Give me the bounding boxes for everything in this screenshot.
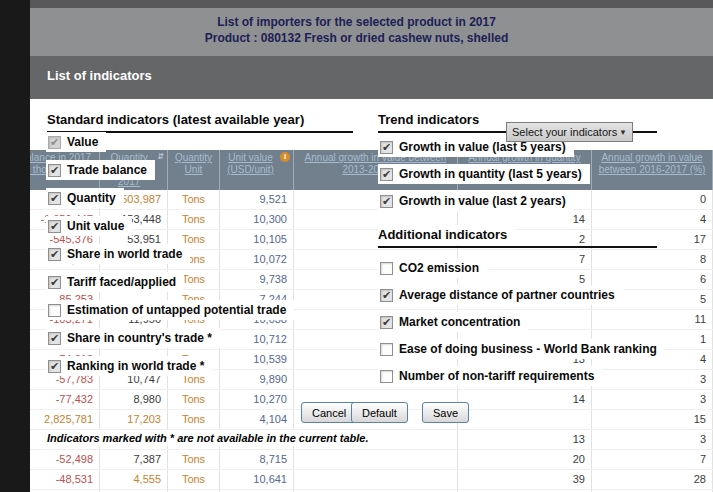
cell-balance: -48,531 (30, 470, 100, 489)
cancel-button[interactable]: Cancel (301, 402, 357, 423)
cell-unit_value: 10,712 (220, 330, 294, 349)
cell-g_qty_5y (458, 410, 592, 429)
indicator-unit-value[interactable]: ✔Unit value (46, 216, 132, 236)
page-header: List of importers for the selected produ… (0, 8, 713, 56)
cell-unit: Tons (168, 210, 220, 229)
indicator-share-in-country-s-trade[interactable]: ✔Share in country's trade * (46, 328, 220, 348)
indicator-number-of-non-tariff-requirements[interactable]: Number of non-tariff requirements (378, 366, 602, 386)
cell-unit: Tons (168, 190, 220, 209)
indicator-label: Quantity (67, 191, 116, 205)
cell-unit_value: 9,890 (220, 370, 294, 389)
indicator-label: Tariff faced/applied (67, 275, 176, 289)
info-icon[interactable]: i (280, 152, 290, 162)
cell-unit_value: 10,300 (220, 210, 294, 229)
column-header-quantity-unit[interactable]: Quantity Unit (168, 150, 220, 190)
cell-g_val_2y: 11 (592, 310, 713, 329)
indicator-label: Ranking in world trade * (67, 359, 204, 373)
cell-g_qty_5y: 14 (458, 390, 592, 409)
indicator-value[interactable]: ✔Value (46, 132, 106, 152)
indicator-label: Ease of doing business - World Bank rank… (399, 342, 657, 356)
cell-g_val_2y: 7 (592, 450, 713, 469)
growth-in-quantity-last-5-years-checkbox[interactable]: ✔ (380, 168, 393, 181)
indicator-label: Market concentration (399, 315, 520, 329)
share-in-world-trade-checkbox[interactable]: ✔ (48, 248, 61, 261)
co2-emission-checkbox[interactable] (380, 262, 393, 275)
cell-unit_value: 9,738 (220, 270, 294, 289)
column-header-label[interactable]: Unit value (USD/unit) (223, 152, 278, 176)
growth-in-value-last-2-years-checkbox[interactable]: ✔ (380, 195, 393, 208)
top-menu-band (0, 0, 713, 8)
cell-unit_value: 10,539 (220, 350, 294, 369)
trade-balance-checkbox[interactable]: ✔ (48, 164, 61, 177)
quantity-checkbox[interactable]: ✔ (48, 192, 61, 205)
cell-balance: -77,432 (30, 390, 100, 409)
indicator-share-in-world-trade[interactable]: ✔Share in world trade (46, 244, 190, 264)
indicator-label: Growth in quantity (last 5 years) (399, 167, 582, 181)
table-row: -48,5314,555Tons10,6413928 (30, 470, 713, 490)
cell-g_val_2y: 3 (592, 370, 713, 389)
indicator-label: Share in country's trade * (67, 331, 212, 345)
table-row: -52,4987,387Tons8,715207 (30, 450, 713, 470)
section-heading: Additional indicators (378, 225, 515, 245)
subheader-band: List of indicators (0, 56, 713, 99)
indicator-ranking-in-world-trade[interactable]: ✔Ranking in world trade * (46, 356, 212, 376)
default-button[interactable]: Default (351, 402, 408, 423)
cell-g_qty_5y: 20 (458, 450, 592, 469)
growth-in-value-last-5-years-checkbox[interactable]: ✔ (380, 141, 393, 154)
cell-qty: 8,980 (100, 390, 168, 409)
share-in-country-s-trade-checkbox[interactable]: ✔ (48, 332, 61, 345)
number-of-non-tariff-requirements-checkbox[interactable] (380, 370, 393, 383)
panel-title: List of indicators (47, 68, 152, 83)
column-header-unit-value-usd-unit[interactable]: Unit value (USD/unit)i (220, 150, 294, 190)
column-header-label[interactable]: Annual growth in value between 2016-2017… (595, 152, 709, 176)
left-sidebar (0, 0, 30, 492)
page-title: List of importers for the selected produ… (0, 14, 713, 30)
save-button[interactable]: Save (422, 402, 469, 423)
indicator-label: Value (67, 135, 98, 149)
dropdown-label: Select your indicators (512, 126, 617, 138)
unit-value-checkbox[interactable]: ✔ (48, 220, 61, 233)
cell-g_val_2y: 3 (592, 430, 713, 449)
indicator-co2-emission[interactable]: CO2 emission (378, 258, 487, 278)
cell-qty: 17,203 (100, 410, 168, 429)
indicator-label: Unit value (67, 219, 124, 233)
indicator-label: Trade balance (67, 163, 147, 177)
indicator-market-concentration[interactable]: ✔Market concentration (378, 312, 528, 332)
table-row: 503,987Tons9,5210 (30, 190, 713, 210)
column-header-label[interactable]: Quantity Unit (171, 152, 216, 176)
indicator-label: Average distance of partner countries (399, 288, 615, 302)
ease-of-doing-business-world-bank-ranking-checkbox[interactable] (380, 343, 393, 356)
section-heading: Standard indicators (latest available ye… (47, 110, 312, 130)
asterisk-note: Indicators marked with * are not availab… (45, 430, 377, 446)
indicator-average-distance-of-partner-countries[interactable]: ✔Average distance of partner countries (378, 285, 623, 305)
column-header-annual-growth-in-value-between-2016-2017[interactable]: Annual growth in value between 2016-2017… (592, 150, 713, 190)
indicator-ease-of-doing-business-world-bank-ranking[interactable]: Ease of doing business - World Bank rank… (378, 339, 665, 359)
average-distance-of-partner-countries-checkbox[interactable]: ✔ (380, 289, 393, 302)
indicator-trade-balance[interactable]: ✔Trade balance (46, 160, 155, 180)
cell-unit_value: 10,270 (220, 390, 294, 409)
indicator-label: Estimation of untapped potential trade (67, 303, 286, 317)
select-your-indicators-dropdown[interactable]: Select your indicators ▼ (506, 122, 633, 142)
ranking-in-world-trade-checkbox[interactable]: ✔ (48, 360, 61, 373)
cell-g_val_2y: 0 (592, 190, 713, 209)
indicator-tariff-faced-applied[interactable]: ✔Tariff faced/applied (46, 272, 184, 292)
indicator-label: CO2 emission (399, 261, 479, 275)
cell-unit_value: 10,641 (220, 470, 294, 489)
indicator-label: Growth in value (last 5 years) (399, 140, 566, 154)
indicator-quantity[interactable]: ✔Quantity (46, 188, 124, 208)
market-concentration-checkbox[interactable]: ✔ (380, 316, 393, 329)
estimation-of-untapped-potential-trade-checkbox[interactable] (48, 304, 61, 317)
cell-unit_value: 10,072 (220, 250, 294, 269)
sort-icon[interactable]: ⇵ (157, 152, 164, 162)
indicator-growth-in-quantity-last-5-years[interactable]: ✔Growth in quantity (last 5 years) (378, 164, 590, 184)
cell-g_qty_5y: 39 (458, 470, 592, 489)
value-checkbox[interactable]: ✔ (48, 136, 61, 149)
indicator-estimation-of-untapped-potential-trade[interactable]: Estimation of untapped potential trade (46, 300, 294, 320)
cell-unit: Tons (168, 470, 220, 489)
cell-unit_value: 10,105 (220, 230, 294, 249)
tariff-faced-applied-checkbox[interactable]: ✔ (48, 276, 61, 289)
indicator-growth-in-value-last-2-years[interactable]: ✔Growth in value (last 2 years) (378, 191, 574, 211)
cell-unit_value: 8,715 (220, 450, 294, 469)
section-heading: Trend indicators (378, 110, 487, 130)
cell-g_val_2y: 8 (592, 250, 713, 269)
